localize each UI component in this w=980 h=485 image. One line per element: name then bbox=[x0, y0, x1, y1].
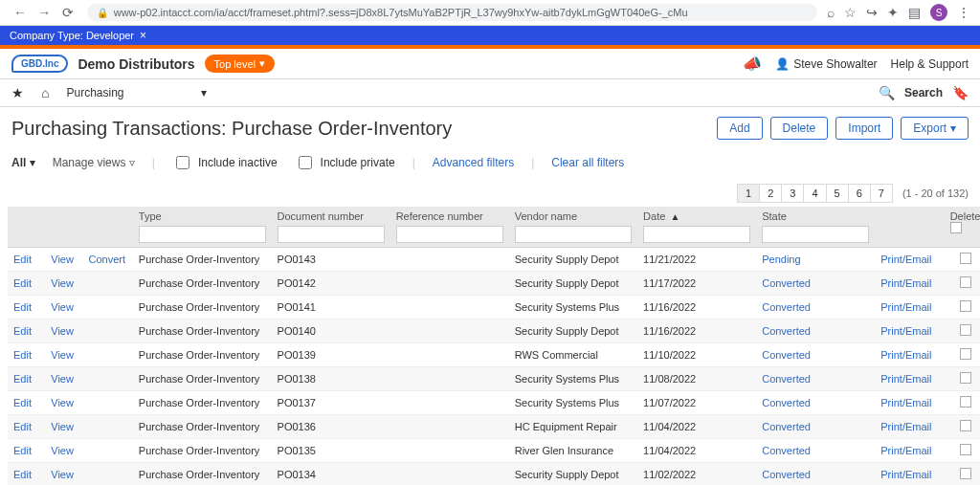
print-email-link[interactable]: Print/Email bbox=[880, 445, 931, 456]
view-link[interactable]: View bbox=[51, 277, 74, 289]
add-button[interactable]: Add bbox=[717, 117, 762, 140]
state-link[interactable]: Converted bbox=[762, 469, 811, 480]
edit-link[interactable]: Edit bbox=[13, 301, 32, 313]
announcements-icon[interactable]: 📣 bbox=[743, 55, 762, 73]
search-label[interactable]: Search bbox=[904, 86, 943, 99]
print-email-link[interactable]: Print/Email bbox=[880, 397, 931, 408]
user-menu[interactable]: 👤 Steve Showalter bbox=[775, 57, 877, 71]
view-link[interactable]: View bbox=[51, 349, 74, 361]
filter-input-vendor[interactable] bbox=[515, 226, 632, 243]
view-link[interactable]: View bbox=[51, 469, 74, 480]
star-icon[interactable]: ☆ bbox=[844, 5, 857, 20]
clear-filters-link[interactable]: Clear all filters bbox=[551, 156, 624, 169]
filter-input-state[interactable] bbox=[762, 226, 869, 243]
edit-link[interactable]: Edit bbox=[13, 349, 32, 361]
convert-link[interactable]: Convert bbox=[89, 254, 126, 265]
search-icon[interactable]: 🔍 bbox=[879, 85, 895, 100]
edit-link[interactable]: Edit bbox=[13, 445, 32, 456]
reload-icon[interactable]: ⟳ bbox=[58, 5, 78, 20]
row-delete-checkbox[interactable] bbox=[960, 300, 971, 312]
pager-page[interactable]: 6 bbox=[848, 184, 871, 203]
state-link[interactable]: Converted bbox=[762, 325, 811, 337]
view-link[interactable]: View bbox=[51, 373, 74, 385]
filter-input-type[interactable] bbox=[139, 226, 266, 243]
manage-views[interactable]: Manage views ▿ bbox=[53, 156, 135, 169]
module-selector[interactable]: Purchasing ▾ bbox=[66, 86, 206, 99]
select-all-checkbox[interactable] bbox=[950, 222, 962, 233]
share-icon[interactable]: ↪ bbox=[866, 5, 878, 20]
print-email-link[interactable]: Print/Email bbox=[880, 277, 931, 289]
col-delete[interactable]: Delete bbox=[945, 207, 980, 248]
import-button[interactable]: Import bbox=[835, 117, 893, 140]
home-icon[interactable]: ⌂ bbox=[41, 85, 49, 100]
row-delete-checkbox[interactable] bbox=[960, 324, 971, 336]
delete-button[interactable]: Delete bbox=[770, 117, 829, 140]
print-email-link[interactable]: Print/Email bbox=[880, 373, 931, 385]
edit-link[interactable]: Edit bbox=[13, 254, 32, 265]
profile-avatar[interactable]: S bbox=[930, 4, 947, 21]
puzzle-icon[interactable]: ✦ bbox=[887, 5, 899, 20]
filter-input-ref[interactable] bbox=[396, 226, 503, 243]
row-delete-checkbox[interactable] bbox=[960, 420, 971, 431]
row-delete-checkbox[interactable] bbox=[960, 396, 971, 408]
back-icon[interactable]: ← bbox=[10, 5, 31, 20]
col-state[interactable]: State bbox=[756, 207, 875, 248]
col-document[interactable]: Document number bbox=[272, 207, 390, 248]
forward-icon[interactable]: → bbox=[33, 5, 55, 20]
pager-page[interactable]: 4 bbox=[803, 184, 826, 203]
advanced-filters-link[interactable]: Advanced filters bbox=[433, 156, 514, 169]
view-link[interactable]: View bbox=[51, 421, 74, 432]
view-link[interactable]: View bbox=[51, 397, 74, 408]
view-link[interactable]: View bbox=[51, 325, 74, 337]
include-inactive-input[interactable] bbox=[176, 156, 189, 169]
view-link[interactable]: View bbox=[51, 254, 74, 265]
col-reference[interactable]: Reference number bbox=[390, 207, 509, 248]
print-email-link[interactable]: Print/Email bbox=[880, 421, 931, 432]
state-link[interactable]: Pending bbox=[762, 254, 800, 265]
edit-link[interactable]: Edit bbox=[13, 421, 32, 432]
view-link[interactable]: View bbox=[51, 301, 74, 313]
include-private-checkbox[interactable]: Include private bbox=[295, 153, 395, 172]
top-level-badge[interactable]: Top level ▾ bbox=[205, 55, 275, 73]
pager-page[interactable]: 2 bbox=[759, 184, 782, 203]
view-link[interactable]: View bbox=[51, 445, 74, 456]
col-vendor[interactable]: Vendor name bbox=[509, 207, 637, 248]
print-email-link[interactable]: Print/Email bbox=[880, 325, 931, 337]
col-type[interactable]: Type bbox=[133, 207, 272, 248]
row-delete-checkbox[interactable] bbox=[960, 348, 971, 360]
print-email-link[interactable]: Print/Email bbox=[880, 301, 931, 313]
col-date[interactable]: Date ▲ bbox=[637, 207, 756, 248]
print-email-link[interactable]: Print/Email bbox=[880, 349, 931, 361]
pager-page[interactable]: 1 bbox=[737, 184, 760, 203]
state-link[interactable]: Converted bbox=[762, 301, 811, 313]
state-link[interactable]: Converted bbox=[762, 373, 811, 385]
row-delete-checkbox[interactable] bbox=[960, 372, 971, 384]
favorite-icon[interactable]: ★ bbox=[11, 85, 24, 100]
include-inactive-checkbox[interactable]: Include inactive bbox=[172, 153, 278, 172]
export-button[interactable]: Export ▾ bbox=[901, 117, 969, 140]
edit-link[interactable]: Edit bbox=[13, 373, 32, 385]
row-delete-checkbox[interactable] bbox=[960, 468, 971, 479]
filter-input-doc[interactable] bbox=[278, 226, 385, 243]
print-email-link[interactable]: Print/Email bbox=[880, 254, 931, 265]
pager-page[interactable]: 7 bbox=[870, 184, 893, 203]
address-bar[interactable]: 🔒 www-p02.intacct.com/ia/acct/frameset.p… bbox=[87, 4, 817, 21]
print-email-link[interactable]: Print/Email bbox=[880, 469, 931, 480]
state-link[interactable]: Converted bbox=[762, 445, 811, 456]
state-link[interactable]: Converted bbox=[762, 397, 811, 408]
filter-input-date[interactable] bbox=[643, 226, 750, 243]
row-delete-checkbox[interactable] bbox=[960, 444, 971, 455]
help-support-link[interactable]: Help & Support bbox=[891, 57, 969, 71]
state-link[interactable]: Converted bbox=[762, 421, 811, 432]
zoom-icon[interactable]: ⌕ bbox=[827, 5, 835, 20]
pager-page[interactable]: 5 bbox=[826, 184, 849, 203]
edit-link[interactable]: Edit bbox=[13, 325, 32, 337]
state-link[interactable]: Converted bbox=[762, 277, 811, 289]
include-private-input[interactable] bbox=[299, 156, 312, 169]
state-link[interactable]: Converted bbox=[762, 349, 811, 361]
pager-page[interactable]: 3 bbox=[781, 184, 804, 203]
edit-link[interactable]: Edit bbox=[13, 469, 32, 480]
bookmark-icon[interactable]: 🔖 bbox=[952, 85, 969, 100]
menu-icon[interactable]: ▤ bbox=[908, 5, 921, 20]
filter-all[interactable]: All ▾ bbox=[11, 156, 35, 169]
